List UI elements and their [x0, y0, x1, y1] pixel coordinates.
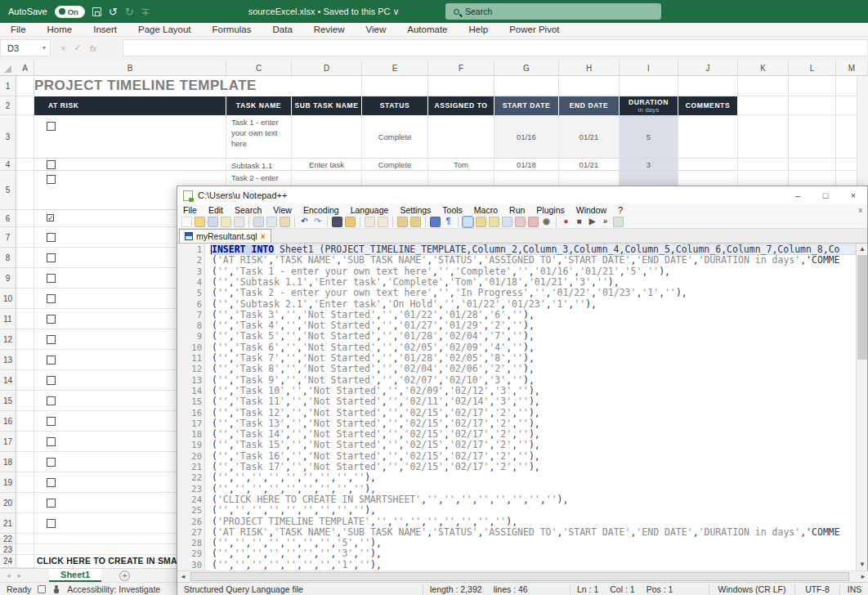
row-header-9[interactable]: 9	[0, 268, 16, 289]
ribbon-tab-page-layout[interactable]: Page Layout	[128, 25, 202, 34]
column-header-h[interactable]: H	[559, 60, 620, 76]
row-header-7[interactable]: 7	[0, 227, 16, 248]
cell-I4[interactable]: 3	[620, 159, 678, 171]
cell-C3[interactable]: Task 1 - enter your own text here	[226, 115, 292, 159]
column-header-j[interactable]: J	[678, 60, 738, 76]
code-line-28[interactable]: 28('','','','','','','','5',''),	[177, 538, 857, 548]
code-line-9[interactable]: 9('','Task 5','','Not Started','','01/28…	[177, 331, 857, 342]
row-header-22[interactable]: 22	[0, 534, 16, 544]
run-macro-multiple-icon[interactable]: »	[600, 217, 611, 227]
sheet-nav-next-icon[interactable]: ▸	[18, 571, 22, 579]
code-line-8[interactable]: 8('','Task 4','','Not Started','','01/27…	[177, 320, 857, 331]
menu-encoding[interactable]: Encoding	[298, 205, 345, 215]
menu-macro[interactable]: Macro	[468, 205, 503, 215]
editor-horizontal-scrollbar[interactable]: ◂ ▸	[177, 570, 868, 582]
column-header-d[interactable]: D	[292, 60, 362, 76]
cell-G3[interactable]: 01/16	[494, 115, 559, 159]
select-all-corner[interactable]	[4, 65, 11, 73]
code-line-12[interactable]: 12('','Task 8','','Not Started','','02/0…	[177, 364, 857, 374]
excel-vertical-scrollbar[interactable]	[857, 76, 868, 186]
menu-edit[interactable]: Edit	[203, 205, 229, 215]
scroll-up-icon[interactable]: ▲	[857, 244, 868, 255]
name-box[interactable]: D3 ▾	[0, 39, 51, 56]
code-line-27[interactable]: 27('AT RISK','TASK NAME','SUB TASK NAME'…	[177, 527, 857, 538]
macro-record-icon[interactable]	[38, 585, 46, 593]
checkbox-row-13[interactable]	[47, 356, 56, 365]
cell-B4[interactable]	[34, 159, 226, 171]
menu-help[interactable]: ?	[612, 205, 629, 215]
code-editor[interactable]: 1INSERT INTO Sheet1 (PROJECT_TIMELINE_TE…	[177, 244, 857, 570]
column-header-b[interactable]: B	[34, 60, 226, 76]
replace-icon[interactable]	[345, 217, 356, 227]
code-line-11[interactable]: 11('','Task 7','','Not Started','','01/2…	[177, 353, 857, 364]
checkbox-row-12[interactable]	[47, 335, 56, 344]
column-header-g[interactable]: G	[494, 60, 559, 76]
menu-run[interactable]: Run	[503, 205, 530, 215]
checkbox-row-6-checked[interactable]: ✓	[47, 214, 54, 221]
checkbox-row-14[interactable]	[47, 376, 56, 385]
row-header-5[interactable]: 5	[0, 171, 16, 210]
checkbox-row-11[interactable]	[47, 315, 56, 324]
menu-language[interactable]: Language	[345, 205, 395, 215]
row-header-8[interactable]: 8	[0, 248, 16, 268]
undo-icon[interactable]: ↺	[109, 7, 118, 17]
save-icon[interactable]	[92, 7, 101, 16]
code-line-16[interactable]: 16('','Task 12','','Not Started','','02/…	[177, 408, 857, 418]
code-line-13[interactable]: 13('','Task 9','','Not Started','','02/0…	[177, 375, 857, 386]
show-all-chars-icon[interactable]: ¶	[443, 217, 454, 227]
save-icon[interactable]	[208, 217, 218, 227]
cell-F4[interactable]: Tom	[428, 159, 494, 171]
column-header-m[interactable]: M	[836, 60, 868, 76]
row-header-13[interactable]: 13	[0, 350, 16, 370]
checkbox-row-8[interactable]	[47, 253, 56, 262]
row-header-17[interactable]: 17	[0, 432, 16, 452]
ribbon-tab-formulas[interactable]: Formulas	[202, 25, 262, 34]
row-header-11[interactable]: 11	[0, 309, 16, 329]
code-line-2[interactable]: 2('AT RISK','TASK NAME','SUB TASK NAME',…	[177, 255, 857, 266]
vertical-scroll-thumb[interactable]	[857, 255, 867, 360]
checkbox-row-19[interactable]	[47, 478, 56, 487]
cell-F3[interactable]	[428, 115, 494, 159]
formula-input[interactable]	[123, 39, 868, 56]
ribbon-tab-view[interactable]: View	[356, 25, 397, 34]
cancel-formula-icon[interactable]: ×	[60, 43, 65, 53]
cell-B3[interactable]	[34, 115, 226, 159]
ribbon-tab-file[interactable]: File	[0, 25, 37, 34]
ribbon-tab-review[interactable]: Review	[303, 25, 356, 34]
encoding-status[interactable]: UTF-8	[795, 584, 840, 595]
cell-J3[interactable]	[678, 115, 738, 159]
function-list-icon[interactable]	[476, 217, 486, 227]
customize-quick-access-icon[interactable]: ∓	[141, 7, 150, 17]
column-header-f[interactable]: F	[428, 60, 494, 76]
cell-G4[interactable]: 01/18	[494, 159, 559, 171]
row-header-24[interactable]: 24	[0, 555, 16, 568]
tab-myresultant-sql[interactable]: myResultant.sql ×	[179, 229, 271, 243]
notepadpp-window[interactable]: C:\Users\u Notepad++ – □ × FileEditSearc…	[177, 186, 868, 595]
column-header-k[interactable]: K	[738, 60, 789, 76]
column-header-a[interactable]: A	[16, 60, 34, 76]
checkbox-row-5[interactable]	[47, 175, 56, 184]
checkbox-row-4[interactable]	[47, 160, 56, 169]
document-title[interactable]: sourceExcel.xlsx • Saved to this PC ∨	[248, 7, 400, 17]
menu-tools[interactable]: Tools	[436, 205, 468, 215]
checkbox-row-9[interactable]	[47, 274, 56, 283]
doc-list-icon[interactable]	[502, 217, 512, 227]
editor-vertical-scrollbar[interactable]: ▲ ▼	[856, 244, 867, 570]
cell-D3[interactable]	[292, 115, 362, 159]
file-browser-icon[interactable]	[528, 217, 539, 227]
save-all-icon[interactable]	[221, 217, 231, 227]
ribbon-tab-home[interactable]: Home	[37, 25, 83, 34]
row-header-18[interactable]: 18	[0, 452, 16, 472]
checkbox-row-15[interactable]	[47, 396, 56, 405]
save-macro-icon[interactable]	[613, 217, 624, 227]
checkbox-row-21[interactable]	[47, 519, 56, 528]
word-wrap-icon[interactable]	[430, 217, 441, 227]
row-header-16[interactable]: 16	[0, 411, 16, 432]
checkbox-row-18[interactable]	[47, 458, 56, 467]
code-line-14[interactable]: 14('','Task 10','','Not Started','','02/…	[177, 386, 857, 396]
insert-function-icon[interactable]: fx	[90, 43, 97, 53]
undo-icon[interactable]: ↶	[299, 217, 310, 227]
cell-C4[interactable]: Subtask 1.1	[226, 159, 292, 171]
checkbox-row-20[interactable]	[47, 499, 56, 508]
cell-J4[interactable]	[678, 159, 738, 171]
